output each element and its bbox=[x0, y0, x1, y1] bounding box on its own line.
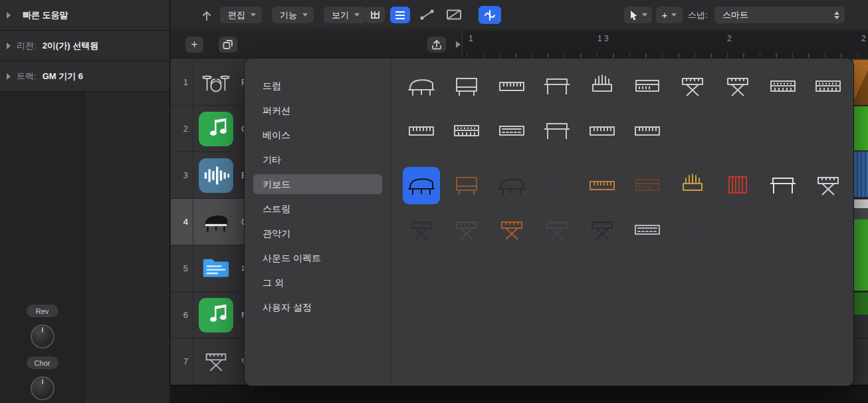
region-strip[interactable] bbox=[853, 219, 868, 291]
track-icon bbox=[201, 116, 231, 142]
stage-keyboard-icon[interactable] bbox=[580, 207, 625, 252]
region-strip[interactable] bbox=[853, 293, 868, 315]
white-organ-icon[interactable] bbox=[760, 163, 806, 207]
accordion-icon[interactable] bbox=[715, 163, 760, 207]
synthesizer-outline-icon[interactable] bbox=[760, 64, 806, 108]
sidebar-disclosure-row[interactable]: 트랙: GM 기기 6 bbox=[0, 61, 169, 92]
track-icon-button[interactable] bbox=[193, 245, 239, 291]
electric-piano-icon[interactable] bbox=[580, 163, 625, 207]
up-arrow-button[interactable] bbox=[197, 7, 216, 23]
icon-category-item[interactable]: 스트링 bbox=[253, 199, 382, 219]
send-control: Chor bbox=[0, 356, 84, 400]
stage-piano-icon[interactable] bbox=[534, 163, 580, 207]
duplicate-track-button[interactable] bbox=[219, 37, 237, 53]
icon-category-item[interactable]: 사운드 이펙트 bbox=[253, 248, 382, 268]
analog-synth-icon[interactable] bbox=[534, 207, 580, 252]
icon-category-item[interactable]: 드럼 bbox=[253, 76, 382, 96]
pipe-organ-icon[interactable] bbox=[670, 163, 715, 207]
add-track-button[interactable]: + bbox=[185, 37, 203, 53]
electric-piano-outline-icon[interactable] bbox=[489, 64, 534, 108]
playhead-marker-icon[interactable] bbox=[456, 41, 461, 48]
track-icon bbox=[201, 162, 231, 189]
send-button[interactable]: Rev bbox=[27, 305, 58, 317]
icon-category-item[interactable]: 관악기 bbox=[253, 223, 382, 243]
icon-category-item[interactable]: 기타 bbox=[253, 150, 382, 170]
track-icon-button[interactable] bbox=[193, 59, 239, 105]
grand-piano-outline-icon[interactable] bbox=[399, 64, 444, 108]
drum-machine-keys-outline-icon[interactable] bbox=[489, 108, 534, 153]
keyboard-on-x-stand-icon[interactable] bbox=[399, 207, 444, 252]
folding-stand-keyboard-icon[interactable] bbox=[806, 163, 851, 207]
pointer-tool-button[interactable] bbox=[624, 7, 652, 23]
pipe-organ-outline-icon[interactable] bbox=[580, 64, 625, 108]
ruler-mark: 1 bbox=[469, 34, 473, 43]
region-strip[interactable] bbox=[853, 200, 868, 208]
knob-indicator-icon bbox=[42, 327, 43, 333]
workstation-outline-icon[interactable] bbox=[444, 108, 489, 153]
track-icon-button[interactable] bbox=[193, 338, 239, 384]
snap-select[interactable]: 스마트 bbox=[714, 7, 845, 23]
ruler-ticks bbox=[467, 53, 868, 58]
track-icon-button[interactable] bbox=[193, 106, 239, 152]
icon-category-item[interactable]: 사용자 설정 bbox=[253, 297, 382, 317]
region-strip[interactable] bbox=[853, 106, 868, 150]
keyboard-x-stand-outline-icon[interactable] bbox=[670, 64, 715, 108]
track-lanes-button[interactable] bbox=[390, 7, 410, 23]
snap-selected-value: 스마트 bbox=[722, 9, 834, 21]
upright-piano-icon[interactable] bbox=[444, 163, 489, 207]
electric-grand-icon[interactable] bbox=[489, 163, 534, 207]
send-knob[interactable] bbox=[31, 325, 54, 348]
up-down-stepper-icon bbox=[834, 11, 839, 19]
drum-machine-icon[interactable] bbox=[625, 207, 670, 252]
send-control: Rev bbox=[0, 305, 84, 348]
icon-grid bbox=[399, 64, 851, 252]
sidebar-disclosure-row[interactable]: 리전: 2이(가) 선택됨 bbox=[0, 31, 169, 61]
organ-outline-icon[interactable] bbox=[625, 64, 670, 108]
pointer-cursor-icon bbox=[629, 10, 638, 21]
inspector-panel bbox=[85, 92, 169, 403]
marquee-icon bbox=[446, 9, 462, 21]
send-button[interactable]: Chor bbox=[27, 356, 58, 369]
stage-piano-outline-icon[interactable] bbox=[534, 64, 580, 108]
small-keys-outline-icon[interactable] bbox=[625, 108, 670, 153]
grand-piano-icon[interactable] bbox=[399, 163, 444, 207]
track-icon bbox=[201, 348, 231, 375]
secondary-tool-button[interactable]: + bbox=[656, 7, 683, 23]
horizontal-scrollbar-area[interactable] bbox=[171, 385, 868, 403]
track-number: 4 bbox=[171, 199, 193, 245]
region-strip[interactable] bbox=[853, 152, 868, 197]
workstation-keyboard-icon[interactable] bbox=[444, 207, 489, 252]
tonewheel-organ-icon[interactable] bbox=[625, 163, 670, 207]
marquee-button[interactable] bbox=[445, 8, 463, 21]
menu-button[interactable]: 기능 bbox=[272, 7, 314, 23]
sidebar-disclosure-row[interactable]: 빠른 도움말 bbox=[0, 0, 169, 31]
grid-icon bbox=[371, 11, 380, 19]
region-strip[interactable] bbox=[853, 60, 868, 105]
flex-button[interactable] bbox=[479, 6, 501, 24]
upright-piano-outline-icon[interactable] bbox=[444, 64, 489, 108]
track-icon-button[interactable] bbox=[193, 152, 239, 198]
icon-category-item[interactable]: 키보드 bbox=[253, 174, 382, 194]
icon-category-item[interactable]: 퍼커션 bbox=[253, 100, 382, 120]
grid-view-button[interactable] bbox=[365, 7, 385, 23]
flex-icon bbox=[483, 9, 496, 21]
piano-keys-outline-icon[interactable] bbox=[580, 108, 625, 153]
menu-button[interactable]: 보기 bbox=[324, 7, 366, 23]
modular-synth-outline-icon[interactable] bbox=[806, 64, 851, 108]
track-icon-button[interactable] bbox=[193, 292, 239, 338]
sidebar-divider bbox=[84, 92, 85, 403]
keyboard-stand-outline-icon[interactable] bbox=[715, 64, 760, 108]
icon-category-item[interactable]: 그 외 bbox=[253, 273, 382, 293]
vintage-synth-icon[interactable] bbox=[489, 207, 534, 252]
section-title: 빠른 도움말 bbox=[23, 9, 68, 21]
menu-button[interactable]: 편집 bbox=[220, 7, 262, 23]
keys-outline-icon[interactable] bbox=[399, 108, 444, 153]
bar-ruler[interactable]: 11 322 bbox=[462, 31, 868, 58]
automation-button[interactable] bbox=[419, 8, 436, 21]
synth-x-stand-icon[interactable] bbox=[670, 207, 715, 252]
send-knob[interactable] bbox=[31, 376, 54, 400]
icon-category-item[interactable]: 베이스 bbox=[253, 125, 382, 145]
computer-desk-outline-icon[interactable] bbox=[534, 108, 580, 153]
go-up-level-button[interactable] bbox=[427, 37, 446, 53]
track-icon-button[interactable] bbox=[193, 199, 239, 245]
